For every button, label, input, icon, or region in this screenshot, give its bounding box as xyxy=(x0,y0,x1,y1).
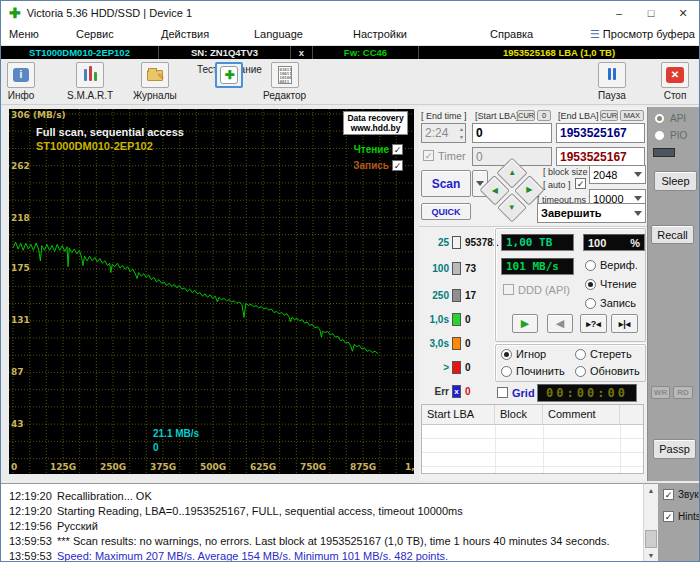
testing-button[interactable]: ✚ Тестирование xyxy=(197,62,262,75)
spinner-arrows-icon[interactable]: ▲▼ xyxy=(459,125,464,141)
close-button[interactable]: ✕ xyxy=(667,1,699,25)
col-start-lba[interactable]: Start LBA xyxy=(422,405,495,424)
scroll-down-icon[interactable]: ▼ xyxy=(644,549,658,562)
menu-item-0[interactable]: Меню xyxy=(9,28,39,40)
log-area: 12:19:20Recallibration... OK12:19:20Star… xyxy=(1,483,643,562)
play-button[interactable]: ▶ xyxy=(512,314,538,333)
recall-button[interactable]: Recall xyxy=(651,225,694,244)
menu-bar: ☰Просмотр буфера МенюСервисДействияLangu… xyxy=(1,25,699,46)
back-icon: ◀ xyxy=(556,317,564,330)
radio-Стереть[interactable] xyxy=(575,349,586,360)
svg-text:218: 218 xyxy=(11,213,30,223)
legend-write: Запись ✓ xyxy=(343,160,403,171)
radio-Починить[interactable] xyxy=(501,366,512,377)
start-lba-input[interactable]: 0 xyxy=(472,123,552,143)
defect-table: Start LBA Block Comment xyxy=(421,404,644,474)
end-lba-input[interactable]: 1953525167 xyxy=(556,123,645,143)
menu-item-2[interactable]: Действия xyxy=(161,28,209,40)
device-model[interactable]: ST1000DM010-2EP102 xyxy=(1,46,159,59)
radio-Обновить[interactable] xyxy=(575,366,586,377)
ddd-checkbox[interactable] xyxy=(503,284,514,295)
menu-item-buffer-view[interactable]: ☰Просмотр буфера xyxy=(590,28,695,41)
stat-block-icon xyxy=(452,313,461,326)
play-icon: ▶ xyxy=(521,317,529,330)
toolbar: i Инфо S.M.A.R.T ✎ Журналы ✚ Тестировани… xyxy=(1,59,699,105)
start-cur-button[interactable]: CUR xyxy=(517,110,535,121)
sound-checkbox[interactable]: ✓ xyxy=(663,489,674,500)
wr-button[interactable]: WR xyxy=(651,386,670,399)
graph-speed-overlay: 21.1 MB/s xyxy=(153,428,199,439)
info-icon: i xyxy=(7,62,35,88)
svg-text:131: 131 xyxy=(11,315,30,325)
radio-Игнор[interactable] xyxy=(501,349,512,360)
svg-text:750G: 750G xyxy=(300,462,326,472)
maximize-button[interactable]: □ xyxy=(635,1,667,25)
api-radio[interactable] xyxy=(654,113,665,124)
timer-checkbox[interactable]: ✓ xyxy=(423,150,434,161)
scroll-thumb[interactable] xyxy=(645,530,657,548)
scroll-up-icon[interactable]: ▲ xyxy=(644,484,658,498)
editor-button[interactable]: 01011 10011 10100 0011 Редактор xyxy=(263,62,306,101)
menu-item-5[interactable]: Справка xyxy=(490,28,533,40)
passp-button[interactable]: Passp xyxy=(653,439,696,459)
on-finish-select[interactable]: Завершить xyxy=(537,203,646,223)
auto-checkbox[interactable]: ✓ xyxy=(575,178,586,189)
radio-label-Стереть: Стереть xyxy=(590,348,632,360)
grid-checkbox[interactable] xyxy=(497,387,508,398)
device-info-bar: ST1000DM010-2EP102 SN: ZN1Q4TV3 x Fw: CC… xyxy=(1,46,699,59)
start-zero-button[interactable]: 0 xyxy=(537,110,551,121)
sleep-button[interactable]: Sleep xyxy=(654,171,697,191)
watermark: Data recoverywww.hdd.by xyxy=(343,111,408,135)
scan-button[interactable]: Scan xyxy=(421,170,471,197)
smart-bars-icon xyxy=(76,62,104,88)
smart-button[interactable]: S.M.A.R.T xyxy=(67,62,113,101)
pio-radio[interactable] xyxy=(654,130,665,141)
end-max-button[interactable]: MAX xyxy=(620,110,644,121)
svg-text:500G: 500G xyxy=(200,462,226,472)
title-bar: ✚ Victoria 5.36 HDD/SSD | Device 1 – □ ✕ xyxy=(1,1,699,25)
back-button[interactable]: ◀ xyxy=(547,314,573,333)
radio-label-Вериф.: Вериф. xyxy=(600,259,638,271)
timer-end-input[interactable]: 1953525167 xyxy=(556,147,645,166)
write-checkbox[interactable]: ✓ xyxy=(392,160,403,171)
menu-item-1[interactable]: Сервис xyxy=(76,28,114,40)
menu-item-3[interactable]: Language xyxy=(254,28,303,40)
status-lamp xyxy=(653,148,675,157)
graph-subtitle: ST1000DM010-2EP102 xyxy=(36,140,153,152)
svg-text:0: 0 xyxy=(11,462,17,472)
device-capacity: 1953525168 LBA (1,0 TB) xyxy=(419,46,699,59)
hints-option: ✓ Hints xyxy=(663,511,700,522)
hints-checkbox[interactable]: ✓ xyxy=(663,511,674,522)
svg-text:175: 175 xyxy=(11,263,30,273)
radio-Чтение[interactable] xyxy=(585,279,596,290)
journals-button[interactable]: ✎ Журналы xyxy=(133,62,177,101)
stat-block-icon xyxy=(452,361,461,374)
stat-row-100: 10073 xyxy=(423,261,476,275)
graph-zero-overlay: 0 xyxy=(153,442,159,453)
device-tab-close[interactable]: x xyxy=(291,46,313,59)
seek-end-button[interactable]: ▸|◂ xyxy=(611,314,638,333)
pause-button[interactable]: Пауза xyxy=(598,62,626,101)
folder-icon: ✎ xyxy=(141,62,169,88)
radio-Запись[interactable] xyxy=(585,298,596,309)
info-button[interactable]: i Инфо xyxy=(7,62,35,101)
stop-button[interactable]: ✕ Стоп xyxy=(661,62,689,101)
svg-text:87: 87 xyxy=(11,367,24,377)
end-cur-button[interactable]: CUR xyxy=(600,110,618,121)
radio-label-Игнор: Игнор xyxy=(516,348,546,360)
minimize-button[interactable]: – xyxy=(603,1,635,25)
read-checkbox[interactable]: ✓ xyxy=(392,144,403,155)
block-size-select[interactable]: 2048 xyxy=(589,165,646,184)
end-time-spinner[interactable]: 2:24 ▲▼ xyxy=(421,123,466,143)
rd-button[interactable]: RD xyxy=(673,386,693,399)
pio-label: PIO xyxy=(670,130,687,141)
quick-button[interactable]: QUICK xyxy=(421,203,471,220)
hex-page-icon: 01011 10011 10100 0011 xyxy=(271,62,299,88)
log-scrollbar[interactable]: ▲ ▼ xyxy=(643,483,658,562)
col-block[interactable]: Block xyxy=(495,405,543,424)
radio-Вериф.[interactable] xyxy=(585,260,596,271)
col-comment[interactable]: Comment xyxy=(543,405,620,424)
seek-defect-button[interactable]: ▸?◂ xyxy=(580,314,607,333)
menu-item-4[interactable]: Настройки xyxy=(353,28,407,40)
victoria-window: ✚ Victoria 5.36 HDD/SSD | Device 1 – □ ✕… xyxy=(0,0,700,562)
